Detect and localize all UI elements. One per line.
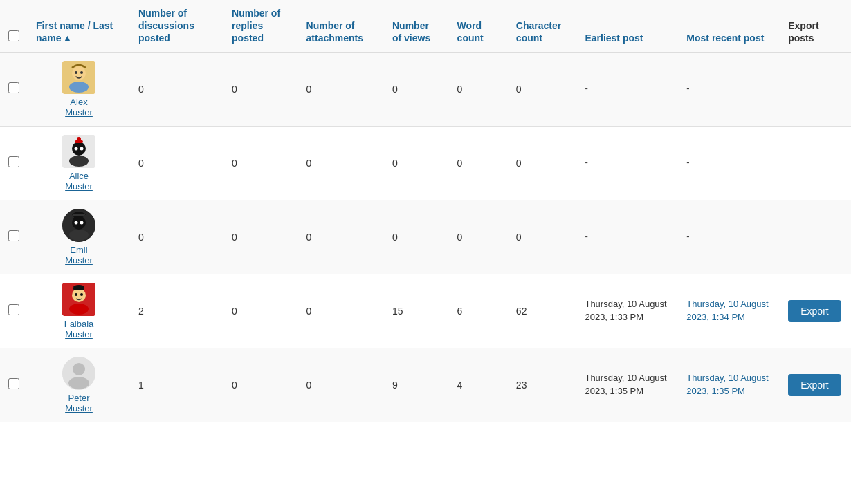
export-cell-alex-muster — [780, 52, 851, 126]
most-recent-post-cell-falbala-muster: Thursday, 10 August 2023, 1:34 PM — [678, 274, 780, 348]
discussions-cell-alice-muster: 0 — [130, 126, 223, 200]
earliest-post-cell-alex-muster: - — [576, 52, 678, 126]
replies-cell-alex-muster: 0 — [223, 52, 298, 126]
views-cell-peter-muster: 9 — [384, 348, 449, 422]
discussions-cell-peter-muster: 1 — [130, 348, 223, 422]
avatar-alice-muster — [62, 135, 95, 168]
word_count-cell-alice-muster: 0 — [449, 126, 508, 200]
export-button-falbala-muster[interactable]: Export — [788, 300, 841, 322]
forum-stats-table: First name / Last name ▲Number of discus… — [0, 0, 851, 422]
replies-cell-emil-muster: 0 — [223, 200, 298, 274]
svg-rect-17 — [73, 214, 85, 216]
col-header-name[interactable]: First name / Last name ▲ — [28, 0, 130, 52]
word_count-cell-peter-muster: 4 — [449, 348, 508, 422]
views-cell-alex-muster: 0 — [384, 52, 449, 126]
svg-point-20 — [69, 304, 89, 315]
replies-cell-peter-muster: 0 — [223, 348, 298, 422]
sort-arrow-icon: ▲ — [63, 32, 73, 44]
svg-point-8 — [75, 147, 78, 150]
svg-point-15 — [75, 221, 78, 224]
user-name-peter-muster[interactable]: Peter Muster — [65, 393, 93, 413]
svg-point-3 — [75, 71, 77, 74]
user-cell-alex-muster: Alex Muster — [36, 61, 122, 118]
user-cell-emil-muster: Emil Muster — [36, 209, 122, 265]
col-header-earliest_post: Earliest post — [576, 0, 678, 52]
svg-point-6 — [72, 142, 86, 156]
character_count-cell-emil-muster: 0 — [508, 200, 577, 274]
col-header-word_count: Word count — [449, 0, 508, 52]
most-recent-post-cell-emil-muster: - — [678, 200, 780, 274]
attachments-cell-emil-muster: 0 — [298, 200, 384, 274]
col-header-replies: Number of replies posted — [223, 0, 298, 52]
discussions-cell-emil-muster: 0 — [130, 200, 223, 274]
user-cell-alice-muster: Alice Muster — [36, 135, 122, 192]
row-checkbox-peter-muster[interactable] — [8, 378, 19, 389]
avatar-emil-muster — [62, 209, 95, 242]
views-cell-falbala-muster: 15 — [384, 274, 449, 348]
export-cell-peter-muster: Export — [780, 348, 851, 422]
replies-cell-alice-muster: 0 — [223, 126, 298, 200]
col-header-discussions: Number of discussions posted — [130, 0, 223, 52]
discussions-cell-alex-muster: 0 — [130, 52, 223, 126]
svg-point-26 — [73, 363, 85, 375]
views-cell-alice-muster: 0 — [384, 126, 449, 200]
attachments-cell-alex-muster: 0 — [298, 52, 384, 126]
table-row: Alice Muster000000-- — [0, 126, 851, 200]
character_count-cell-falbala-muster: 62 — [508, 274, 577, 348]
avatar-falbala-muster — [62, 283, 95, 316]
col-header-attachments: Number of attachments — [298, 0, 384, 52]
export-button-peter-muster[interactable]: Export — [788, 374, 841, 396]
svg-point-4 — [80, 71, 83, 74]
svg-point-14 — [69, 230, 89, 241]
views-cell-emil-muster: 0 — [384, 200, 449, 274]
svg-point-21 — [75, 293, 77, 296]
word_count-cell-falbala-muster: 6 — [449, 274, 508, 348]
attachments-cell-peter-muster: 0 — [298, 348, 384, 422]
user-name-alice-muster[interactable]: Alice Muster — [65, 171, 93, 192]
table-row: Peter Muster1009423Thursday, 10 August 2… — [0, 348, 851, 422]
row-checkbox-alice-muster[interactable] — [8, 156, 19, 167]
svg-point-11 — [77, 137, 81, 141]
table-row: Emil Muster000000-- — [0, 200, 851, 274]
row-checkbox-emil-muster[interactable] — [8, 230, 19, 241]
svg-point-2 — [69, 82, 89, 93]
svg-point-9 — [80, 147, 84, 150]
export-cell-falbala-muster: Export — [780, 274, 851, 348]
table-row: Falbala Muster20015662Thursday, 10 Augus… — [0, 274, 851, 348]
user-name-alex-muster[interactable]: Alex Muster — [65, 97, 93, 118]
attachments-cell-falbala-muster: 0 — [298, 274, 384, 348]
character_count-cell-peter-muster: 23 — [508, 348, 577, 422]
earliest-post-cell-emil-muster: - — [576, 200, 678, 274]
col-header-most_recent_post: Most recent post — [678, 0, 780, 52]
word_count-cell-emil-muster: 0 — [449, 200, 508, 274]
row-checkbox-alex-muster[interactable] — [8, 82, 19, 93]
export-cell-alice-muster — [780, 126, 851, 200]
row-checkbox-falbala-muster[interactable] — [8, 304, 19, 315]
most-recent-post-cell-alex-muster: - — [678, 52, 780, 126]
col-header-views: Number of views — [384, 0, 449, 52]
most-recent-post-cell-alice-muster: - — [678, 126, 780, 200]
svg-point-7 — [69, 156, 89, 167]
table-row: Alex Muster000000-- — [0, 52, 851, 126]
avatar-peter-muster — [62, 357, 95, 390]
avatar-alex-muster — [62, 61, 95, 94]
earliest-post-cell-falbala-muster: Thursday, 10 August 2023, 1:33 PM — [576, 274, 678, 348]
col-header-export: Export posts — [780, 0, 851, 52]
character_count-cell-alex-muster: 0 — [508, 52, 577, 126]
user-cell-peter-muster: Peter Muster — [36, 357, 122, 413]
user-name-emil-muster[interactable]: Emil Muster — [65, 245, 93, 265]
user-cell-falbala-muster: Falbala Muster — [36, 283, 122, 339]
col-header-character_count: Character count — [508, 0, 577, 52]
attachments-cell-alice-muster: 0 — [298, 126, 384, 200]
word_count-cell-alex-muster: 0 — [449, 52, 508, 126]
user-name-falbala-muster[interactable]: Falbala Muster — [64, 319, 94, 339]
earliest-post-cell-alice-muster: - — [576, 126, 678, 200]
svg-point-16 — [80, 221, 84, 224]
discussions-cell-falbala-muster: 2 — [130, 274, 223, 348]
svg-point-27 — [68, 377, 89, 389]
select-all-checkbox[interactable] — [8, 30, 19, 41]
character_count-cell-alice-muster: 0 — [508, 126, 577, 200]
svg-point-22 — [80, 293, 83, 296]
replies-cell-falbala-muster: 0 — [223, 274, 298, 348]
most-recent-post-cell-peter-muster: Thursday, 10 August 2023, 1:35 PM — [678, 348, 780, 422]
